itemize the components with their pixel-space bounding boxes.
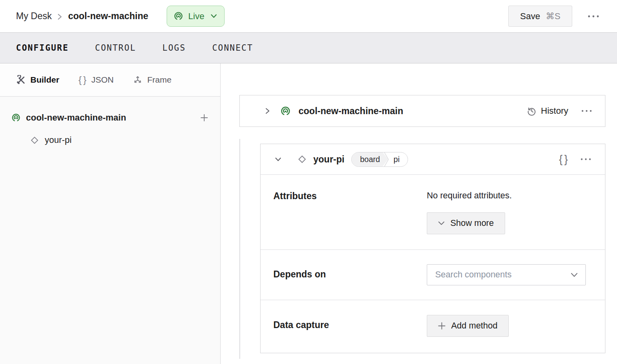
ellipsis-icon (580, 158, 591, 161)
chevron-down-icon (211, 14, 217, 18)
depends-on-section: Depends on Search components (261, 249, 605, 300)
component-card: your-pi board pi { } (260, 144, 605, 353)
component-type: board (352, 152, 388, 166)
braces-icon: { } (78, 74, 87, 85)
machine-tabbar: CONFIGURE CONTROL LOGS CONNECT (0, 33, 617, 63)
component-tree: cool-new-machine-main your-pi (0, 97, 220, 149)
ellipsis-icon (581, 109, 592, 113)
save-shortcut: ⌘S (546, 11, 561, 22)
diamond-icon (30, 135, 40, 145)
show-more-label: Show more (450, 218, 494, 228)
attributes-empty-text: No required attributes. (427, 191, 585, 201)
add-component-button[interactable] (199, 112, 210, 123)
diamond-icon (297, 154, 307, 164)
add-method-label: Add method (451, 321, 498, 331)
attributes-section: Attributes No required attributes. Show … (261, 174, 605, 249)
breadcrumb-parent[interactable]: My Desk (16, 11, 52, 22)
view-switcher: Builder { } JSON Frame (0, 63, 220, 97)
breadcrumb-current: cool-new-machine (68, 11, 148, 22)
view-frame[interactable]: Frame (133, 75, 171, 85)
chevron-down-icon (438, 221, 445, 226)
header-actions: Save ⌘S (508, 6, 601, 27)
data-capture-label: Data capture (273, 320, 427, 330)
history-button-label: History (541, 106, 568, 116)
tab-logs[interactable]: LOGS (162, 41, 186, 55)
show-more-button[interactable]: Show more (427, 212, 505, 234)
history-clock-icon (527, 106, 537, 116)
tools-icon (16, 75, 26, 85)
component-title: your-pi (313, 154, 344, 165)
configure-sidebar: Builder { } JSON Frame (0, 63, 221, 364)
tab-connect[interactable]: CONNECT (212, 41, 253, 55)
add-method-button[interactable]: Add method (427, 315, 509, 337)
part-overflow-menu-button[interactable] (579, 108, 594, 114)
view-json-label: JSON (91, 75, 113, 85)
depends-on-select[interactable]: Search components (427, 264, 586, 285)
component-type-badge: board pi (351, 152, 408, 167)
expand-part-button[interactable] (263, 105, 272, 117)
view-builder[interactable]: Builder (16, 75, 59, 85)
depends-on-label: Depends on (273, 269, 427, 280)
machine-part-title: cool-new-machine-main (299, 106, 403, 117)
live-status-badge[interactable]: Live (167, 6, 225, 27)
live-status-label: Live (188, 11, 204, 22)
broadcast-icon (11, 113, 21, 123)
tab-control[interactable]: CONTROL (95, 41, 136, 55)
broadcast-icon (173, 11, 183, 21)
tab-configure[interactable]: CONFIGURE (16, 41, 69, 55)
braces-icon: { } (559, 153, 568, 165)
tree-indent-line (239, 139, 240, 359)
component-card-header: your-pi board pi { } (261, 144, 605, 174)
tree-item-component[interactable]: your-pi (0, 131, 220, 149)
breadcrumb: My Desk cool-new-machine (16, 11, 148, 22)
tree-item-machine[interactable]: cool-new-machine-main (0, 109, 220, 127)
chevron-down-icon (571, 273, 578, 277)
attributes-label: Attributes (273, 191, 427, 234)
view-frame-label: Frame (147, 75, 171, 85)
broadcast-icon (280, 106, 291, 117)
ellipsis-icon (587, 15, 599, 18)
component-overflow-menu-button[interactable] (579, 156, 593, 162)
data-capture-section: Data capture Add method (261, 300, 605, 353)
collapse-component-button[interactable] (273, 155, 284, 164)
component-model: pi (389, 155, 408, 164)
tree-item-component-label: your-pi (45, 135, 72, 145)
chevron-right-icon (57, 13, 62, 21)
axes-icon (133, 75, 143, 85)
component-json-button[interactable]: { } (557, 152, 570, 167)
top-header: My Desk cool-new-machine Live Save ⌘S (0, 0, 617, 33)
configure-main-panel: cool-new-machine-main History (221, 63, 617, 364)
part-children: your-pi board pi { } (260, 144, 605, 353)
history-button[interactable]: History (527, 106, 568, 116)
header-overflow-menu-button[interactable] (586, 13, 601, 20)
plus-icon (438, 322, 446, 330)
view-builder-label: Builder (30, 75, 59, 85)
save-button[interactable]: Save ⌘S (508, 6, 572, 27)
machine-part-card: cool-new-machine-main History (239, 95, 605, 127)
tree-item-machine-label: cool-new-machine-main (26, 113, 126, 123)
depends-on-placeholder: Search components (435, 270, 512, 280)
save-button-label: Save (520, 11, 540, 22)
view-json[interactable]: { } JSON (78, 74, 113, 85)
